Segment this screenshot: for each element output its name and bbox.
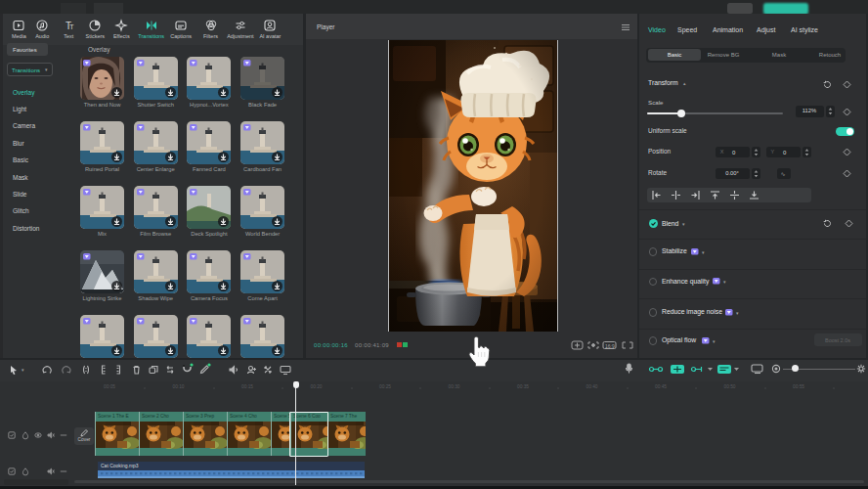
svg-text:T: T xyxy=(70,23,75,30)
svg-text:16:9: 16:9 xyxy=(605,343,615,349)
